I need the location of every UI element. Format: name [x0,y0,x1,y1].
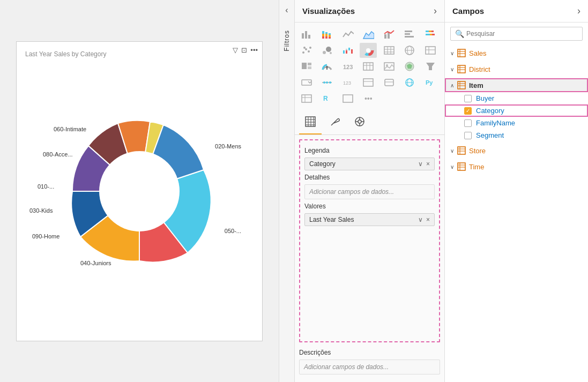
viz-icon-table3[interactable] [298,91,315,106]
svg-point-92 [358,120,361,123]
viz-icon-matrix2[interactable] [360,59,377,74]
viz-icon-map[interactable] [401,43,418,58]
campos-panel: Campos › 🔍 ∨ Sales ∨ [445,0,588,382]
viz-icon-line[interactable] [339,27,356,42]
campos-group-sales-header[interactable]: ∨ Sales [445,46,588,60]
svg-rect-23 [430,34,432,35]
arrow-left-icon[interactable]: ‹ [285,5,288,15]
svg-point-25 [302,51,304,54]
valores-chip-chevron[interactable]: ∨ [418,216,423,223]
campos-item-segment[interactable]: Segment [445,129,588,141]
viz-icon-bubble[interactable] [318,43,336,58]
descricoes-empty[interactable]: Adicionar campos de dados... [299,359,440,374]
svg-rect-6 [322,36,324,39]
viz-icon-donut[interactable] [360,43,377,58]
viz-icon-card[interactable]: 123 [339,59,356,74]
viz-icon-table4[interactable] [339,91,356,106]
familyname-checkbox[interactable] [464,119,472,127]
viz-icon-shape[interactable] [381,75,398,90]
campos-item-buyer[interactable]: Buyer [445,92,588,104]
svg-rect-12 [329,37,331,39]
valores-label: Valores [304,203,435,210]
segment-checkbox[interactable] [464,132,472,139]
campos-group-item-header[interactable]: ∧ Item [445,78,588,92]
viz-icon-hbar[interactable] [401,27,418,42]
legenda-chip[interactable]: Category ∨ × [304,158,435,170]
svg-rect-37 [351,49,353,54]
viz-icon-more[interactable]: ••• [360,91,377,106]
svg-rect-73 [385,79,393,86]
chip-close-icon[interactable]: × [426,160,430,168]
svg-point-29 [303,47,306,49]
svg-text:123: 123 [343,80,351,86]
svg-point-28 [309,47,311,49]
campos-item-category[interactable]: ✓ Category [445,104,588,117]
more-icon[interactable]: ••• [250,46,258,54]
search-box[interactable]: 🔍 [450,27,583,41]
tab-format[interactable] [324,113,346,134]
viz-icon-r[interactable]: R [318,91,336,106]
svg-rect-49 [426,47,435,54]
viz-icon-123[interactable]: 123 [339,75,356,90]
campos-group-district-header[interactable]: ∨ District [445,62,588,76]
viz-icon-filled-map[interactable] [401,59,418,74]
viz-icon-scatter[interactable] [298,43,315,58]
viz-icon-table2[interactable] [360,75,377,90]
viz-icon-area[interactable] [360,27,377,42]
valores-chip-close[interactable]: × [426,216,430,223]
svg-rect-8 [325,34,328,36]
viz-icon-dropdown[interactable] [298,75,315,90]
viz-icon-matrix[interactable] [422,43,439,58]
chip-chevron-icon[interactable]: ∨ [418,160,423,168]
campos-group-store-header[interactable]: ∨ Store [445,144,588,158]
category-checkbox[interactable]: ✓ [464,107,472,115]
valores-chip[interactable]: Last Year Sales ∨ × [304,213,435,226]
chart-title: Last Year Sales by Category [25,50,106,58]
group-sales-name: Sales [469,49,487,57]
viz-icon-python-globe[interactable] [401,75,418,90]
campos-list: ∨ Sales ∨ District [445,45,588,382]
viz-header: Visualizações › [295,0,444,23]
viz-icon-gauge[interactable] [318,59,336,74]
viz-icon-py[interactable]: Py [422,75,439,90]
svg-rect-22 [426,34,430,35]
viz-icon-funnel[interactable] [422,59,439,74]
buyer-checkbox[interactable] [464,95,472,102]
detalhes-empty[interactable]: Adicionar campos de dados... [304,184,435,199]
table-icon-sales [457,49,466,57]
svg-rect-17 [405,33,410,35]
svg-point-0 [99,151,180,231]
tab-analytics[interactable] [348,113,371,134]
viz-icon-treemap[interactable] [298,59,315,74]
chevron-district: ∨ [450,66,454,72]
search-input[interactable] [466,30,578,38]
svg-rect-7 [325,32,328,34]
viz-icon-hstacked[interactable] [422,27,439,42]
filtros-label: Filtros [283,30,291,51]
viz-icon-waterfall[interactable] [339,43,356,58]
viz-icon-bar[interactable] [298,27,315,42]
chevron-sales: ∨ [450,50,454,56]
svg-rect-24 [432,34,435,35]
visualizacoes-panel: Visualizações › [295,0,445,382]
campos-item-familyname[interactable]: FamilyName [445,117,588,129]
campos-group-item: ∧ Item Buyer ✓ Category FamilyN [445,77,588,143]
campos-group-time-header[interactable]: ∨ Time [445,160,588,174]
viz-icon-table[interactable] [381,43,398,58]
svg-rect-35 [346,50,347,54]
campos-chevron-right[interactable]: › [577,5,580,17]
viz-icon-image[interactable] [381,59,398,74]
expand-icon[interactable]: ⊡ [241,46,247,54]
viz-icon-stacked-bar[interactable] [318,27,336,42]
viz-chevron-right[interactable]: › [434,5,437,17]
filtros-panel: ‹ Filtros [279,0,295,382]
tab-fields[interactable] [299,113,322,134]
viz-icon-timeline[interactable] [318,75,336,90]
campos-group-sales: ∨ Sales [445,45,588,61]
svg-marker-13 [363,32,374,39]
svg-rect-2 [305,31,307,39]
chart-toolbar: ▽ ⊡ ••• [233,46,258,54]
filter-icon[interactable]: ▽ [233,46,238,54]
svg-rect-5 [322,34,324,36]
viz-icon-combo[interactable] [381,27,398,42]
